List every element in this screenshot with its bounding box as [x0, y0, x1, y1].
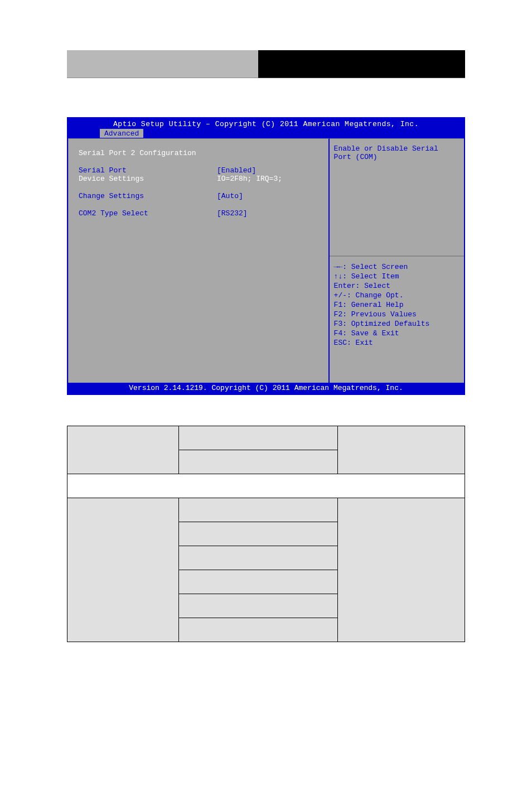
key-save-exit: F4: Save & Exit	[334, 329, 460, 338]
key-esc-exit: ESC: Exit	[334, 338, 460, 348]
cell	[67, 426, 179, 474]
cell	[67, 498, 179, 642]
change-settings-label[interactable]: Change Settings	[79, 192, 217, 200]
com2-type-label[interactable]: COM2 Type Select	[79, 209, 217, 218]
header-right-block	[258, 50, 465, 78]
section-row	[67, 474, 465, 498]
cell	[337, 426, 465, 474]
table-row	[67, 498, 465, 522]
help-text: Enable or Disable Serial Port (COM)	[330, 139, 464, 256]
page-header-bar	[67, 50, 465, 78]
key-general-help: F1: General Help	[334, 300, 460, 310]
key-legend: →←: Select Screen ↑↓: Select Item Enter:…	[330, 256, 464, 353]
cell	[178, 594, 337, 618]
cell	[178, 522, 337, 546]
key-change-opt: +/-: Change Opt.	[334, 291, 460, 300]
key-previous-values: F2: Previous Values	[334, 310, 460, 319]
bios-container: Aptio Setup Utility – Copyright (C) 2011…	[67, 117, 465, 395]
com2-type-value[interactable]: [RS232]	[217, 209, 248, 218]
serial-port-value[interactable]: [Enabled]	[217, 166, 256, 175]
cell	[178, 498, 337, 522]
key-select-item: ↑↓: Select Item	[334, 272, 460, 281]
header-left-block	[67, 50, 258, 78]
change-settings-value[interactable]: [Auto]	[217, 192, 243, 200]
device-settings-value: IO=2F8h; IRQ=3;	[217, 175, 282, 183]
options-table	[67, 426, 465, 642]
cell	[178, 450, 337, 474]
table-row	[67, 474, 465, 498]
key-select-screen: →←: Select Screen	[334, 262, 460, 272]
bios-main-panel: Serial Port 2 Configuration Serial Port …	[68, 138, 330, 383]
cell	[337, 498, 465, 642]
key-enter: Enter: Select	[334, 281, 460, 291]
section-heading: Serial Port 2 Configuration	[79, 149, 328, 157]
bios-body: Serial Port 2 Configuration Serial Port …	[68, 138, 464, 383]
cell	[178, 426, 337, 450]
bios-title: Aptio Setup Utility – Copyright (C) 2011…	[68, 118, 464, 128]
tab-advanced[interactable]: Advanced	[99, 128, 144, 138]
bios-footer: Version 2.14.1219. Copyright (C) 2011 Am…	[68, 383, 464, 394]
serial-port-label[interactable]: Serial Port	[79, 166, 217, 175]
cell	[178, 546, 337, 570]
cell	[178, 570, 337, 594]
bios-side-panel: Enable or Disable Serial Port (COM) →←: …	[330, 138, 464, 383]
cell	[178, 618, 337, 642]
bios-tab-row: Advanced	[68, 128, 464, 138]
device-settings-label: Device Settings	[79, 175, 217, 183]
key-optimized-defaults: F3: Optimized Defaults	[334, 319, 460, 329]
table-row	[67, 426, 465, 450]
